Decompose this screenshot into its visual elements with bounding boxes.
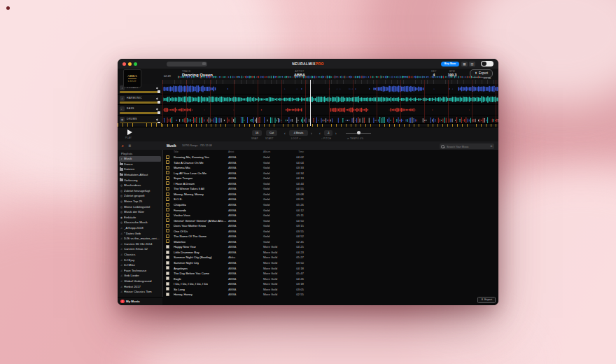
- sidebar-item[interactable]: ♫ Carsten Xmas 12: [119, 246, 161, 252]
- bass-icon[interactable]: ♩: [120, 106, 125, 111]
- history-icon[interactable]: ≣: [128, 144, 131, 148]
- sidebar-item[interactable]: ◎ Klassische Musik: [119, 220, 161, 225]
- song-row[interactable]: Eagle ABBA More Gold 04:26: [164, 276, 498, 281]
- column-title[interactable]: Title: [174, 150, 178, 153]
- loop-length-button[interactable]: 4 Beats: [289, 130, 308, 136]
- song-row[interactable]: One Of Us ABBA Gold 03:55: [164, 228, 498, 234]
- sidebar-item[interactable]: ♫ DJ Ejay: [119, 257, 161, 262]
- song-row[interactable]: I Do, I Do, I Do, I Do, I Do ABBA More G…: [164, 281, 498, 287]
- song-row[interactable]: Take A Chance On Me ABBA Gold 04:04: [164, 160, 498, 165]
- buy-now-button[interactable]: Buy Now: [441, 62, 459, 66]
- song-row[interactable]: Little Drummer Boy ABBA More Gold 04:23: [164, 249, 498, 255]
- sidebar-item[interactable]: ♪ Musik: [119, 156, 161, 162]
- song-album: Gold: [263, 230, 270, 233]
- song-row[interactable]: Lay All Your Love On Me ABBA Gold 04:34: [164, 170, 498, 176]
- song-row[interactable]: I Have A Dream ABBA Gold 04:44: [164, 181, 498, 186]
- song-row[interactable]: So Long ABBA More Gold 03:05: [164, 286, 498, 292]
- sidebar-item[interactable]: ◎ Musik der 80er: [119, 209, 161, 215]
- column-album[interactable]: Album: [263, 150, 270, 153]
- song-row[interactable]: S.O.S. ABBA Gold 03:21: [164, 197, 498, 202]
- sidebar-item[interactable]: ♫ Herbst 2017: [119, 284, 161, 289]
- grid-view-icon[interactable]: ▦: [461, 62, 468, 66]
- drum-icon[interactable]: ◉: [120, 117, 125, 122]
- loop-increase-icon[interactable]: ›: [311, 130, 312, 136]
- pitch-down-icon[interactable]: ‹: [319, 130, 321, 136]
- sidebar-item[interactable]: Verlosung: [119, 177, 161, 183]
- stems-library-icon[interactable]: ♬: [121, 144, 125, 148]
- song-row[interactable]: The Name Of The Game ABBA Gold 04:52: [164, 234, 498, 239]
- note-icon[interactable]: ♫: [120, 96, 125, 101]
- song-row[interactable]: Summer Night City (Bootleg) Abba More Go…: [164, 255, 498, 260]
- sidebar-item[interactable]: ◎ Meine Lieblingstitel: [119, 204, 161, 209]
- song-row[interactable]: The Day Before You Came ABBA More Gold 0…: [164, 271, 498, 276]
- search-box[interactable]: ≣: [440, 144, 494, 149]
- song-row[interactable]: Honey, Honey ABBA More Gold 02:55: [164, 292, 498, 298]
- song-title: One Of Us: [174, 230, 188, 233]
- mute-speaker-icon[interactable]: [156, 97, 160, 100]
- sidebar-item[interactable]: ◎ Zuletzt hinzugefügt: [119, 188, 161, 194]
- song-row[interactable]: Mamma Mia ABBA Gold 03:33: [164, 165, 498, 171]
- song-row[interactable]: Voulez-Vous ABBA Gold 05:11: [164, 213, 498, 218]
- titlebar[interactable]: NEURALMIXPRO Buy Now ▦ ▥: [118, 59, 498, 69]
- column-time[interactable]: Time: [288, 150, 304, 153]
- pitch-up-icon[interactable]: ›: [335, 130, 337, 136]
- song-row[interactable]: Summer Night City ABBA More Gold 03:50: [164, 260, 498, 265]
- song-row[interactable]: Angeleyes ABBA More Gold 04:18: [164, 265, 498, 271]
- sidebar-item[interactable]: ♫ Carsten 36 Okt 2014: [119, 241, 161, 247]
- cut-button[interactable]: Cut: [266, 130, 277, 136]
- song-row[interactable]: Waterloo ABBA Gold 02:45: [164, 239, 498, 244]
- sidebar-item[interactable]: ♫ * Dates Geb: [119, 230, 161, 236]
- mute-speaker-icon[interactable]: [156, 118, 160, 121]
- loop-decrease-icon[interactable]: ‹: [284, 130, 286, 136]
- sidebar-item[interactable]: ◉ Einkäufe: [119, 215, 161, 220]
- search-input[interactable]: [445, 144, 489, 150]
- column-artist[interactable]: Artist: [228, 150, 234, 153]
- tempo-slider-knob[interactable]: [357, 131, 360, 134]
- filter-icon[interactable]: ≣: [490, 144, 492, 148]
- sidebar-item[interactable]: ◎ Zuletzt gespielt: [119, 193, 161, 199]
- channel-volume-slider[interactable]: [120, 112, 160, 114]
- sidebar-item[interactable]: Metadaten-Altlast: [119, 172, 161, 178]
- pitch-value[interactable]: -1: [324, 130, 332, 136]
- song-row[interactable]: The Winner Takes It All ABBA Gold 04:55: [164, 186, 498, 192]
- overview-waveform[interactable]: [178, 76, 482, 78]
- snap-button[interactable]: 16: [252, 130, 262, 136]
- stem-waveform[interactable]: [162, 105, 498, 115]
- song-row[interactable]: Money, Money, Money ABBA Gold 03:08: [164, 191, 498, 197]
- song-row[interactable]: Knowing Me, Knowing You ABBA Gold 04:02: [164, 155, 498, 160]
- playlist-icon: ♫: [119, 268, 124, 273]
- export-chip[interactable]: ⬆Export: [477, 297, 496, 303]
- appearance-toggle[interactable]: [481, 61, 493, 66]
- mute-speaker-icon[interactable]: [156, 87, 160, 90]
- sidebar-item[interactable]: Dance: [119, 162, 161, 167]
- sidebar-item[interactable]: ♫ _A Kepp 2018: [119, 225, 161, 231]
- playlist-icon: ♫: [119, 225, 124, 230]
- song-row[interactable]: Happy New Year ABBA More Gold 04:25: [164, 244, 498, 250]
- song-title: Take A Chance On Me: [174, 161, 204, 164]
- song-row[interactable]: Fernando ABBA Gold 04:12: [164, 207, 498, 213]
- sidebar-item[interactable]: ◎ Musikvideos: [119, 183, 161, 188]
- song-row[interactable]: Does Your Mother Know ABBA Gold 03:15: [164, 223, 498, 229]
- sidebar-item[interactable]: ♫ Fave Technouse: [119, 267, 161, 273]
- song-row[interactable]: Super Trouper ABBA Gold 04:13: [164, 176, 498, 181]
- mute-speaker-icon[interactable]: [156, 108, 160, 111]
- channel-volume-slider[interactable]: [120, 91, 160, 93]
- sidebar-item[interactable]: ♫ Global Underground: [119, 279, 161, 284]
- sidebar-item[interactable]: ♫ DJS vs the_master_series_pa...: [119, 236, 161, 241]
- song-row[interactable]: Chiquitita ABBA Gold 05:26: [164, 202, 498, 207]
- song-row[interactable]: Gimme! Gimme! Gimme! (A Man After Midnig…: [164, 218, 498, 223]
- sidebar-item-label: Carsten Xmas 12: [124, 247, 161, 251]
- song-art-thumbnail: [166, 155, 169, 159]
- sidebar-item[interactable]: Dateien: [119, 167, 161, 172]
- sidebar-item[interactable]: ♫ Classics: [119, 252, 161, 258]
- sidebar-item[interactable]: ♫ DJ Mike: [119, 262, 161, 268]
- sidebar-item[interactable]: ♫ Geb Lieder: [119, 273, 161, 279]
- columns-view-icon[interactable]: ▥: [469, 62, 475, 66]
- my-music-footer[interactable]: ♪ My Music: [118, 297, 162, 305]
- play-button[interactable]: [127, 130, 132, 135]
- channel-volume-slider[interactable]: [120, 102, 160, 104]
- stem-waveform[interactable]: [162, 94, 498, 104]
- sidebar-item[interactable]: ♫ House Classics Tom: [119, 289, 161, 295]
- sidebar-item[interactable]: ◎ Meine Top 25: [119, 199, 161, 204]
- stem-waveform[interactable]: [162, 84, 498, 94]
